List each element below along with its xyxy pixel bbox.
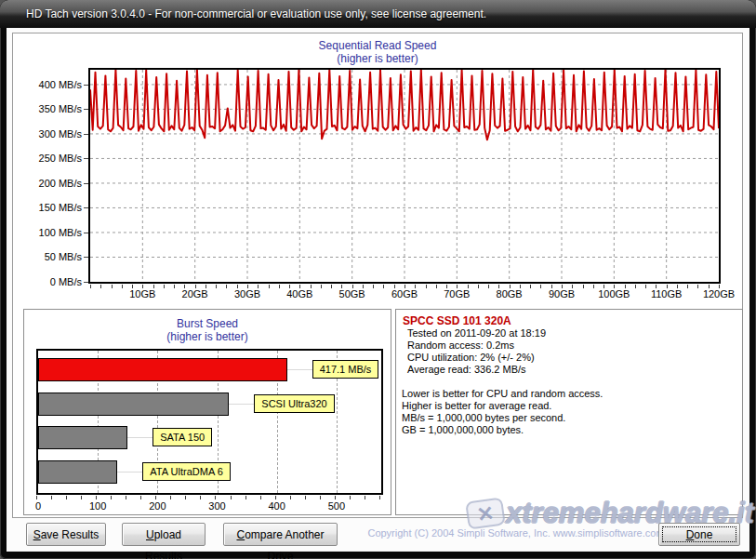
burst-bar	[38, 426, 127, 449]
burst-speed-plot: 417.1 MB/sSCSI Ultra320SATA 150ATA Ultra…	[36, 349, 383, 495]
x-axis-label: 60GB	[378, 288, 431, 299]
y-axis-label: 150 MB/s	[15, 202, 82, 214]
burst-bar	[38, 460, 117, 484]
drive-stat-line: Tested on 2011-09-20 at 18:19	[407, 327, 546, 339]
hdtach-window: HD Tach version 3.0.4.0 - For non-commer…	[0, 0, 756, 559]
burst-bar	[38, 393, 229, 416]
burst-x-axis-label: 400	[259, 500, 296, 512]
burst-speed-panel: Burst Speed (higher is better) 417.1 MB/…	[23, 309, 391, 515]
sequential-read-plot	[88, 68, 721, 284]
bar-label: ATA UltraDMA 6	[142, 462, 230, 481]
y-axis-tick	[84, 183, 88, 184]
y-axis-tick	[84, 109, 88, 110]
x-axis-label: 30GB	[220, 288, 274, 299]
y-axis-label: 350 MB/s	[15, 103, 82, 115]
bar-label-connector	[229, 404, 254, 405]
sequential-read-line	[90, 70, 719, 282]
x-axis-label: 70GB	[430, 288, 484, 299]
y-axis-tick	[84, 134, 88, 135]
y-axis-label: 400 MB/s	[15, 79, 82, 91]
y-axis-label: 200 MB/s	[15, 178, 82, 190]
burst-chart-title: Burst Speed	[24, 317, 391, 330]
drive-info-panel: SPCC SSD 101 320A Tested on 2011-09-20 a…	[395, 309, 743, 515]
seq-chart-title: Sequential Read Speed	[13, 39, 742, 52]
upload-results-button[interactable]: Upload Results	[122, 523, 206, 546]
bar-label: SATA 150	[153, 428, 212, 446]
info-note-line: GB = 1,000,000,000 bytes.	[402, 424, 524, 436]
x-axis-label: 120GB	[692, 288, 746, 299]
drive-stat-line: Average read: 336.2 MB/s	[407, 364, 526, 376]
window-title: HD Tach version 3.0.4.0 - For non-commer…	[26, 7, 486, 20]
y-axis-tick	[84, 257, 88, 258]
y-axis-label: 250 MB/s	[15, 153, 82, 165]
y-axis-tick	[84, 207, 88, 208]
x-axis-label: 10GB	[115, 288, 169, 299]
drive-stat-line: Random access: 0.2ms	[407, 339, 514, 352]
done-button[interactable]: Done	[658, 523, 740, 546]
burst-bar	[38, 358, 287, 381]
x-axis-label: 80GB	[483, 288, 537, 299]
bar-label: SCSI Ultra320	[254, 394, 334, 413]
x-axis-label: 40GB	[272, 288, 326, 299]
save-results-button[interactable]: Save Results	[26, 523, 106, 546]
y-axis-label: 0 MB/s	[15, 276, 82, 288]
x-axis-label: 20GB	[168, 288, 222, 299]
burst-x-axis-label: 200	[139, 500, 176, 512]
bar-label-connector	[127, 437, 153, 438]
burst-chart-subtitle: (higher is better)	[24, 330, 391, 343]
info-note-line: MB/s = 1,000,000 bytes per second.	[402, 412, 565, 424]
burst-x-minor-ticks	[36, 496, 384, 499]
window-content: Sequential Read Speed (higher is better)…	[7, 28, 749, 552]
drive-name: SPCC SSD 101 320A	[403, 314, 511, 327]
drive-stat-line: CPU utilization: 2% (+/- 2%)	[407, 352, 535, 364]
x-axis-label: 110GB	[640, 288, 694, 299]
y-axis-tick	[84, 233, 88, 233]
x-axis-label: 90GB	[535, 288, 589, 299]
burst-x-axis-label: 300	[199, 500, 236, 512]
info-note-line: Lower is better for CPU and random acces…	[402, 388, 603, 400]
y-axis-tick	[84, 85, 88, 86]
burst-x-axis-label: 100	[79, 500, 116, 512]
x-axis-label: 50GB	[325, 288, 379, 299]
main-panel: Sequential Read Speed (higher is better)…	[12, 33, 743, 518]
x-axis-label: 100GB	[587, 288, 641, 299]
title-bar[interactable]: HD Tach version 3.0.4.0 - For non-commer…	[0, 0, 756, 28]
bar-label: 417.1 MB/s	[312, 360, 379, 379]
y-axis-tick	[84, 158, 88, 159]
bar-label-connector	[117, 472, 142, 472]
info-note-line: Higher is better for average read.	[402, 400, 551, 412]
y-axis-label: 300 MB/s	[15, 128, 82, 140]
y-axis-tick	[84, 282, 88, 283]
y-axis-label: 50 MB/s	[15, 251, 82, 263]
y-axis-label: 100 MB/s	[15, 227, 82, 239]
bar-label-connector	[287, 369, 312, 370]
seq-chart-subtitle: (higher is better)	[13, 52, 742, 65]
burst-x-axis-label: 0	[20, 500, 57, 512]
copyright-text: Copyright (C) 2004 Simpli Software, Inc.…	[363, 527, 670, 539]
burst-x-axis-label: 500	[318, 500, 355, 512]
compare-another-drive-button[interactable]: Compare Another Drive	[223, 523, 338, 546]
